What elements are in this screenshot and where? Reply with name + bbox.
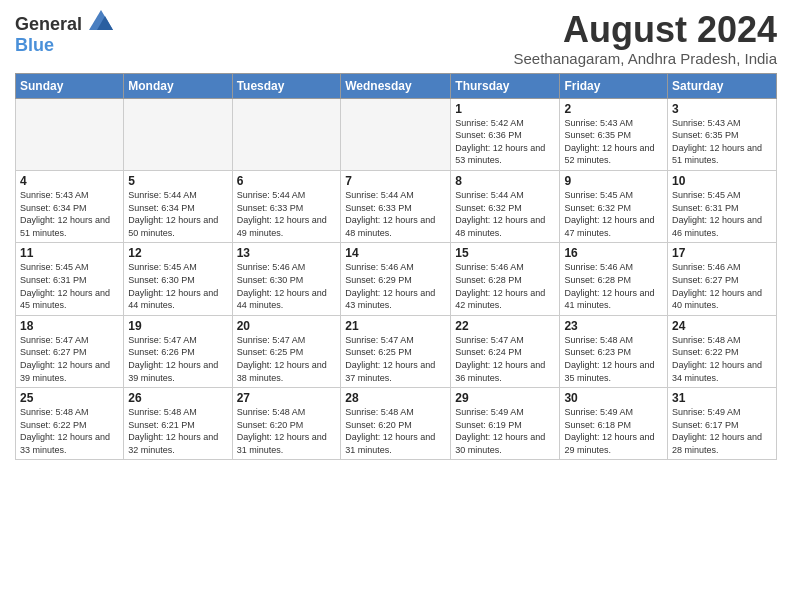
header-tuesday: Tuesday xyxy=(232,73,341,98)
day-number: 18 xyxy=(20,319,119,333)
calendar-table: SundayMondayTuesdayWednesdayThursdayFrid… xyxy=(15,73,777,461)
calendar-header-row: SundayMondayTuesdayWednesdayThursdayFrid… xyxy=(16,73,777,98)
week-row-2: 11Sunrise: 5:45 AM Sunset: 6:31 PM Dayli… xyxy=(16,243,777,315)
day-info: Sunrise: 5:45 AM Sunset: 6:31 PM Dayligh… xyxy=(672,189,772,239)
day-number: 31 xyxy=(672,391,772,405)
day-info: Sunrise: 5:48 AM Sunset: 6:21 PM Dayligh… xyxy=(128,406,227,456)
calendar-cell: 25Sunrise: 5:48 AM Sunset: 6:22 PM Dayli… xyxy=(16,388,124,460)
calendar-cell: 4Sunrise: 5:43 AM Sunset: 6:34 PM Daylig… xyxy=(16,170,124,242)
day-info: Sunrise: 5:46 AM Sunset: 6:27 PM Dayligh… xyxy=(672,261,772,311)
day-number: 1 xyxy=(455,102,555,116)
subtitle: Seethanagaram, Andhra Pradesh, India xyxy=(513,50,777,67)
calendar-cell: 28Sunrise: 5:48 AM Sunset: 6:20 PM Dayli… xyxy=(341,388,451,460)
header-sunday: Sunday xyxy=(16,73,124,98)
day-info: Sunrise: 5:48 AM Sunset: 6:22 PM Dayligh… xyxy=(20,406,119,456)
calendar-cell: 26Sunrise: 5:48 AM Sunset: 6:21 PM Dayli… xyxy=(124,388,232,460)
calendar-cell: 9Sunrise: 5:45 AM Sunset: 6:32 PM Daylig… xyxy=(560,170,668,242)
calendar-cell: 14Sunrise: 5:46 AM Sunset: 6:29 PM Dayli… xyxy=(341,243,451,315)
header-saturday: Saturday xyxy=(668,73,777,98)
day-info: Sunrise: 5:44 AM Sunset: 6:33 PM Dayligh… xyxy=(345,189,446,239)
logo: General Blue xyxy=(15,10,113,56)
day-number: 21 xyxy=(345,319,446,333)
day-info: Sunrise: 5:46 AM Sunset: 6:30 PM Dayligh… xyxy=(237,261,337,311)
day-info: Sunrise: 5:47 AM Sunset: 6:27 PM Dayligh… xyxy=(20,334,119,384)
day-number: 12 xyxy=(128,246,227,260)
calendar-cell: 20Sunrise: 5:47 AM Sunset: 6:25 PM Dayli… xyxy=(232,315,341,387)
day-info: Sunrise: 5:49 AM Sunset: 6:18 PM Dayligh… xyxy=(564,406,663,456)
week-row-4: 25Sunrise: 5:48 AM Sunset: 6:22 PM Dayli… xyxy=(16,388,777,460)
calendar-cell: 10Sunrise: 5:45 AM Sunset: 6:31 PM Dayli… xyxy=(668,170,777,242)
day-info: Sunrise: 5:47 AM Sunset: 6:25 PM Dayligh… xyxy=(345,334,446,384)
day-number: 11 xyxy=(20,246,119,260)
day-info: Sunrise: 5:46 AM Sunset: 6:28 PM Dayligh… xyxy=(564,261,663,311)
calendar-cell: 15Sunrise: 5:46 AM Sunset: 6:28 PM Dayli… xyxy=(451,243,560,315)
title-block: August 2024 Seethanagaram, Andhra Prades… xyxy=(513,10,777,67)
calendar-cell xyxy=(124,98,232,170)
day-number: 10 xyxy=(672,174,772,188)
day-number: 8 xyxy=(455,174,555,188)
week-row-0: 1Sunrise: 5:42 AM Sunset: 6:36 PM Daylig… xyxy=(16,98,777,170)
day-number: 30 xyxy=(564,391,663,405)
day-number: 28 xyxy=(345,391,446,405)
day-number: 17 xyxy=(672,246,772,260)
day-number: 25 xyxy=(20,391,119,405)
day-info: Sunrise: 5:44 AM Sunset: 6:32 PM Dayligh… xyxy=(455,189,555,239)
calendar-cell: 11Sunrise: 5:45 AM Sunset: 6:31 PM Dayli… xyxy=(16,243,124,315)
week-row-3: 18Sunrise: 5:47 AM Sunset: 6:27 PM Dayli… xyxy=(16,315,777,387)
day-info: Sunrise: 5:43 AM Sunset: 6:35 PM Dayligh… xyxy=(564,117,663,167)
day-number: 24 xyxy=(672,319,772,333)
day-info: Sunrise: 5:48 AM Sunset: 6:22 PM Dayligh… xyxy=(672,334,772,384)
day-number: 14 xyxy=(345,246,446,260)
header-friday: Friday xyxy=(560,73,668,98)
day-info: Sunrise: 5:47 AM Sunset: 6:24 PM Dayligh… xyxy=(455,334,555,384)
calendar-cell: 12Sunrise: 5:45 AM Sunset: 6:30 PM Dayli… xyxy=(124,243,232,315)
day-info: Sunrise: 5:45 AM Sunset: 6:32 PM Dayligh… xyxy=(564,189,663,239)
calendar-cell xyxy=(16,98,124,170)
calendar-cell: 8Sunrise: 5:44 AM Sunset: 6:32 PM Daylig… xyxy=(451,170,560,242)
day-number: 9 xyxy=(564,174,663,188)
day-number: 26 xyxy=(128,391,227,405)
calendar-cell xyxy=(232,98,341,170)
day-number: 6 xyxy=(237,174,337,188)
calendar-cell: 27Sunrise: 5:48 AM Sunset: 6:20 PM Dayli… xyxy=(232,388,341,460)
day-number: 4 xyxy=(20,174,119,188)
day-info: Sunrise: 5:47 AM Sunset: 6:26 PM Dayligh… xyxy=(128,334,227,384)
day-number: 2 xyxy=(564,102,663,116)
month-title: August 2024 xyxy=(513,10,777,50)
header-wednesday: Wednesday xyxy=(341,73,451,98)
day-number: 5 xyxy=(128,174,227,188)
day-info: Sunrise: 5:49 AM Sunset: 6:17 PM Dayligh… xyxy=(672,406,772,456)
day-number: 20 xyxy=(237,319,337,333)
logo-icon xyxy=(89,10,113,30)
day-number: 15 xyxy=(455,246,555,260)
day-number: 3 xyxy=(672,102,772,116)
day-number: 16 xyxy=(564,246,663,260)
calendar-cell: 5Sunrise: 5:44 AM Sunset: 6:34 PM Daylig… xyxy=(124,170,232,242)
calendar-cell: 24Sunrise: 5:48 AM Sunset: 6:22 PM Dayli… xyxy=(668,315,777,387)
calendar-cell: 31Sunrise: 5:49 AM Sunset: 6:17 PM Dayli… xyxy=(668,388,777,460)
calendar-cell: 7Sunrise: 5:44 AM Sunset: 6:33 PM Daylig… xyxy=(341,170,451,242)
day-info: Sunrise: 5:49 AM Sunset: 6:19 PM Dayligh… xyxy=(455,406,555,456)
calendar-cell: 18Sunrise: 5:47 AM Sunset: 6:27 PM Dayli… xyxy=(16,315,124,387)
day-info: Sunrise: 5:44 AM Sunset: 6:33 PM Dayligh… xyxy=(237,189,337,239)
day-info: Sunrise: 5:48 AM Sunset: 6:23 PM Dayligh… xyxy=(564,334,663,384)
week-row-1: 4Sunrise: 5:43 AM Sunset: 6:34 PM Daylig… xyxy=(16,170,777,242)
day-info: Sunrise: 5:45 AM Sunset: 6:31 PM Dayligh… xyxy=(20,261,119,311)
calendar-cell: 22Sunrise: 5:47 AM Sunset: 6:24 PM Dayli… xyxy=(451,315,560,387)
calendar-cell: 1Sunrise: 5:42 AM Sunset: 6:36 PM Daylig… xyxy=(451,98,560,170)
day-info: Sunrise: 5:48 AM Sunset: 6:20 PM Dayligh… xyxy=(237,406,337,456)
calendar-cell: 6Sunrise: 5:44 AM Sunset: 6:33 PM Daylig… xyxy=(232,170,341,242)
day-info: Sunrise: 5:43 AM Sunset: 6:35 PM Dayligh… xyxy=(672,117,772,167)
calendar-cell xyxy=(341,98,451,170)
calendar-cell: 23Sunrise: 5:48 AM Sunset: 6:23 PM Dayli… xyxy=(560,315,668,387)
day-number: 27 xyxy=(237,391,337,405)
header-monday: Monday xyxy=(124,73,232,98)
logo-blue: Blue xyxy=(15,35,54,55)
calendar-cell: 30Sunrise: 5:49 AM Sunset: 6:18 PM Dayli… xyxy=(560,388,668,460)
day-number: 29 xyxy=(455,391,555,405)
calendar-cell: 21Sunrise: 5:47 AM Sunset: 6:25 PM Dayli… xyxy=(341,315,451,387)
day-number: 7 xyxy=(345,174,446,188)
calendar-cell: 13Sunrise: 5:46 AM Sunset: 6:30 PM Dayli… xyxy=(232,243,341,315)
day-info: Sunrise: 5:46 AM Sunset: 6:28 PM Dayligh… xyxy=(455,261,555,311)
header-thursday: Thursday xyxy=(451,73,560,98)
